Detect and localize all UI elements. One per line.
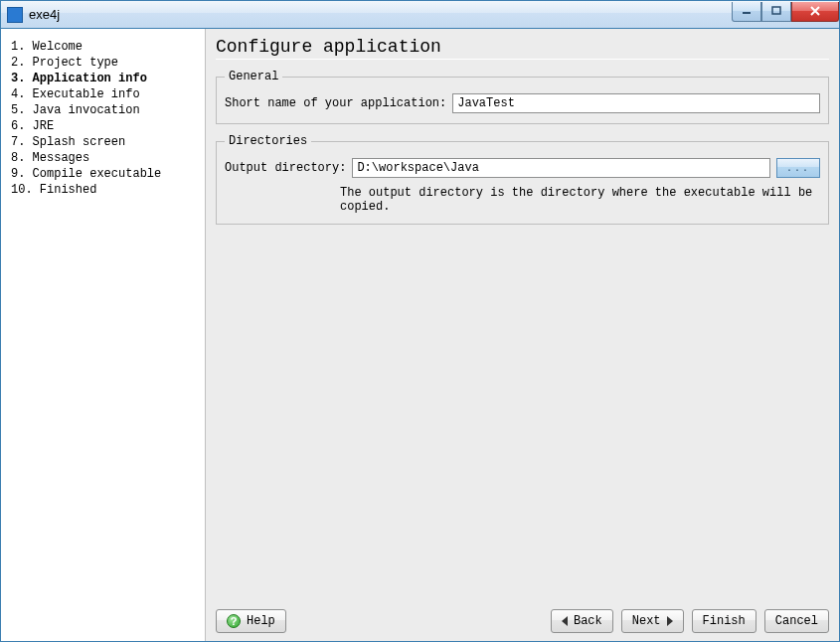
- maximize-icon: [771, 6, 781, 16]
- step-executable-info[interactable]: 4. Executable info: [11, 86, 197, 102]
- step-finished[interactable]: 10. Finished: [11, 182, 197, 198]
- minimize-button[interactable]: [732, 2, 761, 22]
- directories-group: Directories Output directory: ... The ou…: [216, 134, 829, 225]
- back-button[interactable]: Back: [551, 609, 613, 633]
- arrow-right-icon: [667, 616, 673, 626]
- step-welcome[interactable]: 1. Welcome: [11, 39, 197, 55]
- svg-rect-1: [772, 7, 780, 14]
- heading-rule: [216, 59, 829, 60]
- cancel-label: Cancel: [775, 614, 818, 628]
- step-jre[interactable]: 6. JRE: [11, 118, 197, 134]
- app-window: exe4j 1. Welcome 2. Project type 3. Appl…: [0, 0, 840, 642]
- short-name-row: Short name of your application:: [225, 93, 820, 113]
- step-splash-screen[interactable]: 7. Splash screen: [11, 134, 197, 150]
- step-application-info[interactable]: 3. Application info: [11, 71, 197, 86]
- finish-button[interactable]: Finish: [692, 609, 756, 633]
- output-dir-hint: The output directory is the directory wh…: [340, 186, 820, 214]
- step-compile-executable[interactable]: 9. Compile executable: [11, 166, 197, 182]
- main-panel: Configure application General Short name…: [206, 29, 839, 641]
- output-dir-label: Output directory:: [225, 161, 346, 175]
- app-icon: [7, 7, 23, 23]
- body-area: 1. Welcome 2. Project type 3. Applicatio…: [1, 29, 839, 641]
- next-button[interactable]: Next: [621, 609, 684, 633]
- step-messages[interactable]: 8. Messages: [11, 150, 197, 166]
- general-legend: General: [225, 70, 282, 83]
- arrow-left-icon: [562, 616, 568, 626]
- step-java-invocation[interactable]: 5. Java invocation: [11, 102, 197, 118]
- general-group: General Short name of your application:: [216, 70, 829, 124]
- window-title: exe4j: [29, 7, 732, 22]
- close-button[interactable]: [791, 2, 839, 22]
- cancel-button[interactable]: Cancel: [764, 609, 829, 633]
- page-heading: Configure application: [216, 37, 829, 57]
- step-project-type[interactable]: 2. Project type: [11, 55, 197, 71]
- close-icon: [809, 6, 821, 16]
- browse-button[interactable]: ...: [776, 158, 820, 178]
- maximize-button[interactable]: [761, 2, 791, 22]
- wizard-footer: ? Help Back Next Finish Cancel: [216, 603, 829, 633]
- help-button[interactable]: ? Help: [216, 609, 286, 633]
- next-label: Next: [632, 614, 661, 628]
- help-icon: ?: [227, 614, 241, 628]
- window-controls: [732, 2, 839, 22]
- short-name-label: Short name of your application:: [225, 96, 446, 110]
- minimize-icon: [742, 6, 752, 16]
- back-label: Back: [574, 614, 602, 628]
- short-name-input[interactable]: [452, 93, 820, 113]
- output-dir-row: Output directory: ...: [225, 158, 820, 178]
- wizard-sidebar: 1. Welcome 2. Project type 3. Applicatio…: [1, 29, 206, 641]
- help-label: Help: [247, 614, 275, 628]
- titlebar[interactable]: exe4j: [1, 1, 839, 29]
- finish-label: Finish: [703, 614, 746, 628]
- output-dir-input[interactable]: [352, 158, 770, 178]
- directories-legend: Directories: [225, 134, 311, 148]
- content-spacer: [216, 235, 829, 603]
- svg-rect-0: [743, 12, 751, 14]
